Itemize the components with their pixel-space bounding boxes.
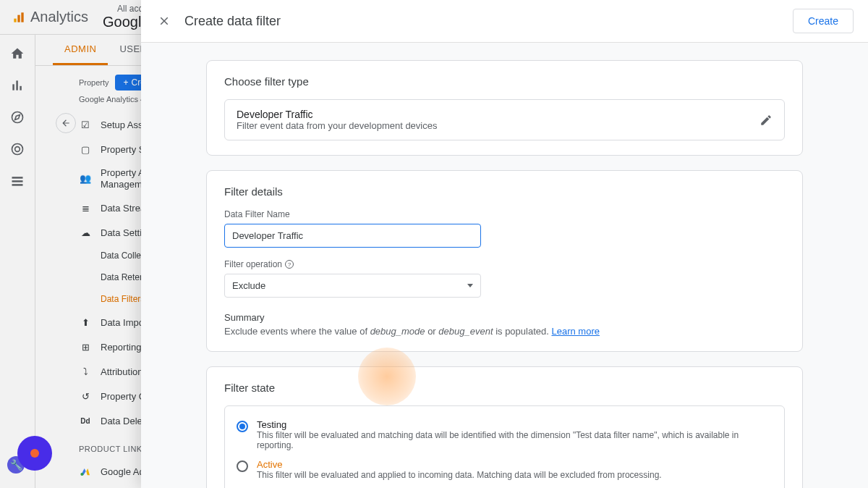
svg-point-12 xyxy=(80,473,83,476)
select-value: Exclude xyxy=(232,280,265,291)
left-rail xyxy=(0,35,35,488)
filter-state-radio-group: Testing This filter will be evaluated an… xyxy=(224,405,785,488)
attribution-icon: ⤵ xyxy=(79,365,92,378)
configure-icon[interactable] xyxy=(10,174,25,188)
analytics-logo-icon xyxy=(12,10,26,25)
identity-icon: ⊞ xyxy=(79,340,92,353)
summary-label: Summary xyxy=(224,312,785,323)
radio-testing-desc: This filter will be evaluated and matchi… xyxy=(257,430,773,450)
filter-operation-select[interactable]: Exclude xyxy=(224,274,481,298)
filter-details-card: Filter details Data Filter Name Filter o… xyxy=(206,170,803,352)
learn-more-link[interactable]: Learn more xyxy=(551,326,599,337)
logo-text: Analytics xyxy=(30,9,88,25)
delete-icon: Dd xyxy=(79,414,92,427)
database-icon: ☁ xyxy=(79,226,92,239)
edit-icon[interactable] xyxy=(760,114,773,127)
modal-header: Create data filter Create xyxy=(141,0,868,43)
svg-rect-4 xyxy=(16,80,18,90)
radio-input-active[interactable] xyxy=(237,460,248,472)
name-label: Data Filter Name xyxy=(224,209,785,219)
svg-rect-3 xyxy=(12,84,14,90)
create-button[interactable]: Create xyxy=(793,9,854,33)
google-ads-icon xyxy=(79,465,92,478)
explore-icon[interactable] xyxy=(10,110,25,125)
filter-type-desc: Filter event data from your development … xyxy=(237,120,437,131)
filter-state-title: Filter state xyxy=(224,382,785,394)
history-icon: ↺ xyxy=(79,390,92,403)
modal-title: Create data filter xyxy=(184,14,281,29)
radio-active[interactable]: Active This filter will be evaluated and… xyxy=(237,455,773,484)
svg-point-6 xyxy=(12,112,23,123)
back-button[interactable] xyxy=(56,113,76,133)
radio-active-desc: This filter will be evaluated and applie… xyxy=(257,470,773,480)
streams-icon: ≣ xyxy=(79,201,92,214)
people-icon: 👥 xyxy=(79,172,92,185)
arrow-left-icon xyxy=(61,118,71,128)
svg-point-7 xyxy=(12,144,23,155)
modal-body: Choose filter type Developer Traffic Fil… xyxy=(141,43,868,488)
radio-inactive[interactable]: Inactive This filter will not be evaluat… xyxy=(237,484,773,488)
check-icon: ☑ xyxy=(79,118,92,131)
close-button[interactable] xyxy=(156,12,173,30)
close-icon xyxy=(158,14,171,28)
help-icon[interactable]: ? xyxy=(285,260,294,269)
svg-rect-10 xyxy=(12,180,23,182)
radio-testing[interactable]: Testing This filter will be evaluated an… xyxy=(237,415,773,455)
operation-label: Filter operation ? xyxy=(224,259,785,269)
filter-details-title: Filter details xyxy=(224,185,785,198)
filter-name-input[interactable] xyxy=(224,224,481,248)
analytics-logo: Analytics xyxy=(12,9,88,25)
radio-active-title: Active xyxy=(257,459,773,470)
home-icon[interactable] xyxy=(10,46,25,61)
radio-testing-title: Testing xyxy=(257,419,773,430)
choose-type-title: Choose filter type xyxy=(224,75,785,88)
filter-type-row[interactable]: Developer Traffic Filter event data from… xyxy=(224,99,785,140)
svg-rect-9 xyxy=(12,177,23,179)
advertising-icon[interactable] xyxy=(10,142,25,156)
svg-rect-2 xyxy=(21,12,23,22)
svg-rect-0 xyxy=(14,18,16,22)
choose-filter-type-card: Choose filter type Developer Traffic Fil… xyxy=(206,60,803,156)
svg-rect-11 xyxy=(12,184,23,185)
tab-admin[interactable]: ADMIN xyxy=(53,35,108,65)
property-label: Property xyxy=(79,78,109,87)
create-filter-modal: Create data filter Create Choose filter … xyxy=(141,0,868,488)
svg-rect-1 xyxy=(17,14,20,22)
reports-icon[interactable] xyxy=(10,78,25,93)
chevron-down-icon xyxy=(467,284,473,287)
svg-point-8 xyxy=(15,147,20,152)
svg-rect-5 xyxy=(20,86,22,91)
filter-state-card: Filter state Testing This filter will be… xyxy=(206,366,803,488)
settings-panel-icon: ▢ xyxy=(79,143,92,156)
record-fab[interactable] xyxy=(17,436,52,471)
filter-type-title: Developer Traffic xyxy=(237,109,437,120)
radio-input-testing[interactable] xyxy=(237,421,248,432)
summary-text: Exclude events where the value of debug_… xyxy=(224,326,785,337)
upload-icon: ⬆ xyxy=(79,316,92,329)
